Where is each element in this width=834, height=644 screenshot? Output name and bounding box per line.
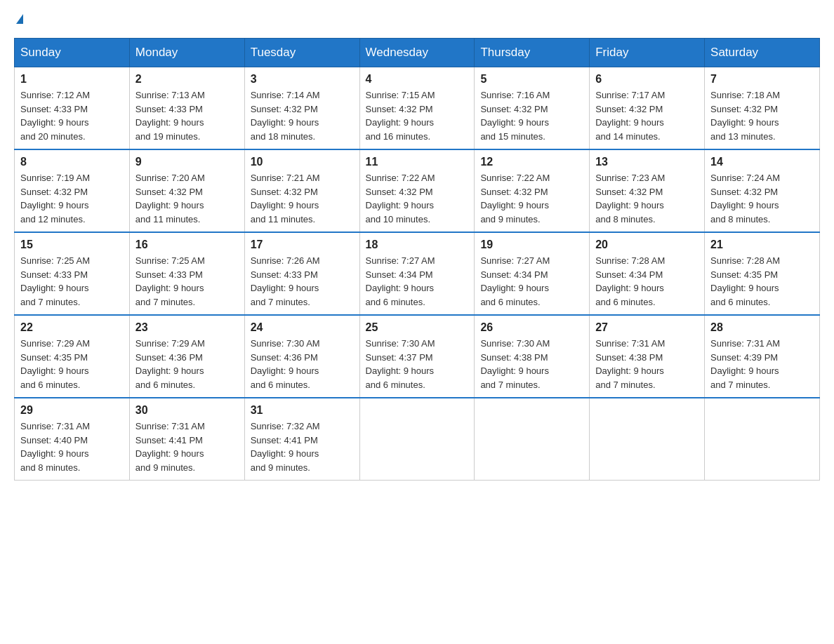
day-number: 17 [251,239,354,251]
day-number: 26 [480,321,583,334]
day-info: Sunrise: 7:30 AMSunset: 4:36 PMDaylight:… [251,337,354,391]
logo [14,14,23,24]
calendar-table: SundayMondayTuesdayWednesdayThursdayFrid… [14,38,820,481]
day-info: Sunrise: 7:30 AMSunset: 4:37 PMDaylight:… [366,337,469,391]
day-cell [475,398,590,481]
page-header [14,14,820,24]
day-info: Sunrise: 7:23 AMSunset: 4:32 PMDaylight:… [595,171,699,226]
day-info: Sunrise: 7:18 AMSunset: 4:32 PMDaylight:… [710,88,814,143]
day-cell: 13Sunrise: 7:23 AMSunset: 4:32 PMDayligh… [590,149,705,232]
day-cell: 12Sunrise: 7:22 AMSunset: 4:32 PMDayligh… [475,149,590,232]
calendar-header-row: SundayMondayTuesdayWednesdayThursdayFrid… [15,39,820,67]
day-number: 19 [480,239,583,251]
day-cell: 4Sunrise: 7:15 AMSunset: 4:32 PMDaylight… [359,67,475,150]
day-number: 20 [595,239,699,251]
day-cell: 19Sunrise: 7:27 AMSunset: 4:34 PMDayligh… [475,232,590,315]
column-header-sunday: Sunday [15,39,130,67]
column-header-saturday: Saturday [705,39,820,67]
day-cell: 28Sunrise: 7:31 AMSunset: 4:39 PMDayligh… [705,315,820,398]
day-number: 9 [135,156,239,168]
day-number: 30 [135,404,239,417]
logo-triangle-icon [16,14,23,24]
day-cell [359,398,475,481]
day-info: Sunrise: 7:27 AMSunset: 4:34 PMDaylight:… [366,254,469,309]
week-row-4: 22Sunrise: 7:29 AMSunset: 4:35 PMDayligh… [15,315,820,398]
day-number: 27 [595,321,699,334]
day-info: Sunrise: 7:30 AMSunset: 4:38 PMDaylight:… [480,337,583,391]
day-number: 5 [480,73,583,86]
day-cell: 3Sunrise: 7:14 AMSunset: 4:32 PMDaylight… [244,67,359,150]
day-number: 7 [710,73,814,86]
day-cell: 11Sunrise: 7:22 AMSunset: 4:32 PMDayligh… [359,149,475,232]
day-cell: 15Sunrise: 7:25 AMSunset: 4:33 PMDayligh… [15,232,130,315]
day-number: 16 [135,239,239,251]
day-cell: 21Sunrise: 7:28 AMSunset: 4:35 PMDayligh… [705,232,820,315]
day-info: Sunrise: 7:19 AMSunset: 4:32 PMDaylight:… [20,171,124,226]
day-cell: 24Sunrise: 7:30 AMSunset: 4:36 PMDayligh… [244,315,359,398]
day-number: 3 [251,73,354,86]
column-header-tuesday: Tuesday [244,39,359,67]
day-number: 10 [251,156,354,168]
day-number: 14 [710,156,814,168]
day-number: 18 [366,239,469,251]
day-info: Sunrise: 7:29 AMSunset: 4:35 PMDaylight:… [20,337,124,391]
day-number: 28 [710,321,814,334]
week-row-1: 1Sunrise: 7:12 AMSunset: 4:33 PMDaylight… [15,67,820,150]
day-info: Sunrise: 7:13 AMSunset: 4:33 PMDaylight:… [135,88,239,143]
day-info: Sunrise: 7:31 AMSunset: 4:39 PMDaylight:… [710,337,814,391]
column-header-wednesday: Wednesday [359,39,475,67]
day-info: Sunrise: 7:22 AMSunset: 4:32 PMDaylight:… [480,171,583,226]
day-cell: 20Sunrise: 7:28 AMSunset: 4:34 PMDayligh… [590,232,705,315]
day-number: 23 [135,321,239,334]
day-cell: 10Sunrise: 7:21 AMSunset: 4:32 PMDayligh… [244,149,359,232]
day-info: Sunrise: 7:26 AMSunset: 4:33 PMDaylight:… [251,254,354,309]
day-cell: 6Sunrise: 7:17 AMSunset: 4:32 PMDaylight… [590,67,705,150]
day-number: 29 [20,404,124,417]
day-number: 13 [595,156,699,168]
day-cell: 31Sunrise: 7:32 AMSunset: 4:41 PMDayligh… [244,398,359,481]
day-cell: 29Sunrise: 7:31 AMSunset: 4:40 PMDayligh… [15,398,130,481]
day-cell: 7Sunrise: 7:18 AMSunset: 4:32 PMDaylight… [705,67,820,150]
day-cell: 25Sunrise: 7:30 AMSunset: 4:37 PMDayligh… [359,315,475,398]
day-info: Sunrise: 7:22 AMSunset: 4:32 PMDaylight:… [366,171,469,226]
day-number: 6 [595,73,699,86]
day-info: Sunrise: 7:31 AMSunset: 4:41 PMDaylight:… [135,420,239,474]
day-info: Sunrise: 7:14 AMSunset: 4:32 PMDaylight:… [251,88,354,143]
day-cell: 23Sunrise: 7:29 AMSunset: 4:36 PMDayligh… [129,315,244,398]
day-number: 11 [366,156,469,168]
column-header-friday: Friday [590,39,705,67]
day-info: Sunrise: 7:28 AMSunset: 4:35 PMDaylight:… [710,254,814,309]
day-cell: 9Sunrise: 7:20 AMSunset: 4:32 PMDaylight… [129,149,244,232]
day-number: 21 [710,239,814,251]
day-number: 22 [20,321,124,334]
day-number: 12 [480,156,583,168]
day-cell [590,398,705,481]
day-cell: 17Sunrise: 7:26 AMSunset: 4:33 PMDayligh… [244,232,359,315]
day-cell: 16Sunrise: 7:25 AMSunset: 4:33 PMDayligh… [129,232,244,315]
logo-general-line [14,14,23,24]
day-cell: 2Sunrise: 7:13 AMSunset: 4:33 PMDaylight… [129,67,244,150]
week-row-3: 15Sunrise: 7:25 AMSunset: 4:33 PMDayligh… [15,232,820,315]
day-number: 31 [251,404,354,417]
day-cell: 30Sunrise: 7:31 AMSunset: 4:41 PMDayligh… [129,398,244,481]
day-info: Sunrise: 7:24 AMSunset: 4:32 PMDaylight:… [710,171,814,226]
day-info: Sunrise: 7:27 AMSunset: 4:34 PMDaylight:… [480,254,583,309]
day-cell: 27Sunrise: 7:31 AMSunset: 4:38 PMDayligh… [590,315,705,398]
week-row-5: 29Sunrise: 7:31 AMSunset: 4:40 PMDayligh… [15,398,820,481]
day-info: Sunrise: 7:21 AMSunset: 4:32 PMDaylight:… [251,171,354,226]
day-number: 24 [251,321,354,334]
day-info: Sunrise: 7:16 AMSunset: 4:32 PMDaylight:… [480,88,583,143]
day-cell: 1Sunrise: 7:12 AMSunset: 4:33 PMDaylight… [15,67,130,150]
week-row-2: 8Sunrise: 7:19 AMSunset: 4:32 PMDaylight… [15,149,820,232]
day-number: 2 [135,73,239,86]
day-info: Sunrise: 7:15 AMSunset: 4:32 PMDaylight:… [366,88,469,143]
day-info: Sunrise: 7:32 AMSunset: 4:41 PMDaylight:… [251,420,354,474]
day-number: 15 [20,239,124,251]
day-info: Sunrise: 7:25 AMSunset: 4:33 PMDaylight:… [20,254,124,309]
column-header-monday: Monday [129,39,244,67]
day-info: Sunrise: 7:31 AMSunset: 4:38 PMDaylight:… [595,337,699,391]
day-number: 4 [366,73,469,86]
day-info: Sunrise: 7:25 AMSunset: 4:33 PMDaylight:… [135,254,239,309]
day-number: 8 [20,156,124,168]
day-info: Sunrise: 7:29 AMSunset: 4:36 PMDaylight:… [135,337,239,391]
